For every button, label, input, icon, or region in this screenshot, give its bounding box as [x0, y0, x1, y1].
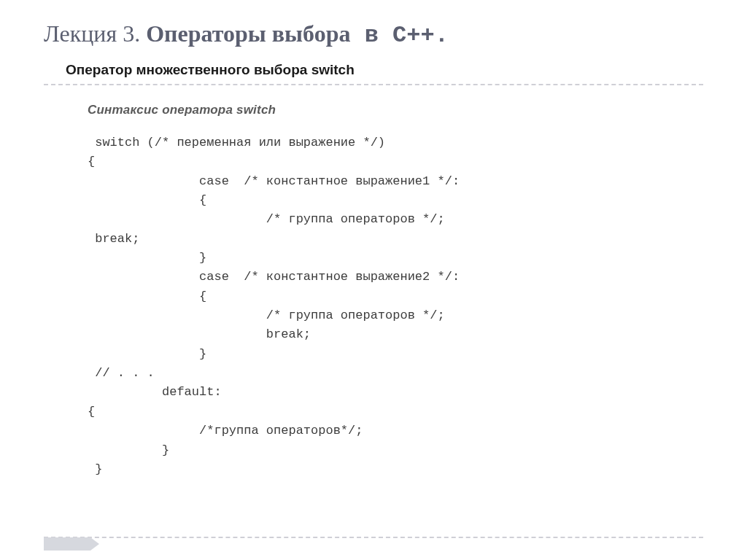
syntax-label: Синтаксис оператора switch	[88, 103, 703, 117]
footer-bar	[44, 537, 703, 551]
progress-arrow-icon	[44, 537, 90, 551]
slide-title: Лекция 3. Операторы выбора в С++.	[44, 20, 703, 49]
title-bold: Операторы выбора	[146, 20, 350, 47]
title-mono: в С++.	[350, 22, 448, 49]
slide: Лекция 3. Операторы выбора в С++. Операт…	[0, 0, 747, 560]
subtitle-wrap: Оператор множественного выбора switch	[66, 62, 703, 78]
title-prefix: Лекция 3.	[44, 20, 146, 47]
code-block: switch (/* переменная или выражение */) …	[88, 133, 703, 479]
content-area: Синтаксис оператора switch switch (/* пе…	[88, 103, 703, 479]
subtitle: Оператор множественного выбора switch	[66, 62, 703, 78]
divider-top	[44, 84, 703, 85]
